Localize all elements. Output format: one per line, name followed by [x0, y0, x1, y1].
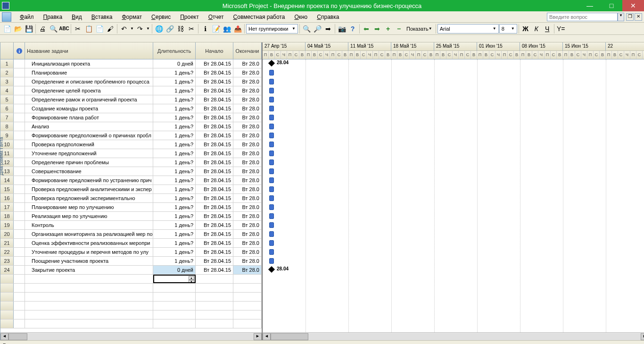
cell-name[interactable]: Организация мониторинга за реализацией м…	[25, 230, 153, 238]
table-row[interactable]: 21Оценка эффективности реализованных мер…	[0, 239, 262, 248]
cell-name[interactable]: Формирование плана работ	[25, 113, 153, 122]
gantt-taskbar[interactable]	[269, 177, 274, 183]
cell-duration[interactable]: 0 дней	[153, 59, 196, 68]
table-row[interactable]: 17Планирование мер по улучшению1 день?Вт…	[0, 203, 262, 212]
cell-name[interactable]: Формирование предположений о причинах пр…	[25, 131, 153, 140]
row-info[interactable]	[14, 239, 25, 247]
cell-finish[interactable]: Вт 28.0	[233, 149, 262, 158]
task-notes-icon[interactable]: 📝	[211, 24, 221, 34]
gantt-scroll-thumb[interactable]	[271, 333, 308, 340]
cell-duration[interactable]: 1 день?	[153, 212, 196, 220]
cell-name[interactable]: Закрытие проекта	[25, 266, 153, 274]
cell-finish[interactable]: Вт 28.0	[233, 167, 262, 176]
cell-name[interactable]: Проверка предложений аналитическими и эк…	[25, 185, 153, 193]
insert-hyperlink-icon[interactable]: 🌐	[154, 24, 164, 34]
cell-duration[interactable]: 1 день?	[153, 203, 196, 211]
gantt-taskbar[interactable]	[269, 115, 274, 120]
gantt-taskbar[interactable]	[269, 142, 274, 147]
cell-duration[interactable]: 1 день?	[153, 140, 196, 149]
cell-duration-editing[interactable]: ▲▼	[153, 275, 196, 283]
cell-finish[interactable]: Вт 28.0	[233, 95, 262, 104]
table-row[interactable]: 1Инициализация проекта0 днейВт 28.04.15В…	[0, 59, 262, 68]
scroll-thumb[interactable]	[8, 333, 27, 340]
indent-icon[interactable]: ➡	[372, 24, 382, 34]
row-number[interactable]	[0, 319, 14, 328]
cell-finish[interactable]: Вт 28.0	[233, 212, 262, 220]
row-number[interactable]: 14	[0, 176, 14, 185]
row-info[interactable]	[14, 149, 25, 158]
row-number[interactable]: 23	[0, 257, 14, 265]
cell-finish[interactable]: Вт 28.0	[233, 203, 262, 211]
undo-icon[interactable]: ↶	[119, 24, 129, 34]
row-info[interactable]	[14, 167, 25, 176]
row-info[interactable]	[14, 59, 25, 68]
cell-name[interactable]: Проверка предложений экспериментально	[25, 194, 153, 202]
cell-start[interactable]: Вт 28.04.15	[196, 176, 233, 185]
save-icon[interactable]: 💾	[24, 24, 34, 34]
row-number[interactable]: 2	[0, 68, 14, 77]
italic-button[interactable]: К	[531, 24, 542, 34]
menu-сервис[interactable]: Сервис	[147, 13, 175, 21]
cell-start[interactable]: Вт 28.04.15	[196, 185, 233, 193]
gantt-milestone[interactable]	[268, 266, 275, 273]
cell-name[interactable]: Инициализация проекта	[25, 59, 153, 68]
goto-task-icon[interactable]: ➡	[323, 24, 333, 34]
help-search-input[interactable]	[547, 13, 618, 21]
menu-правка[interactable]: Правка	[39, 13, 67, 21]
cell-duration[interactable]: 1 день?	[153, 68, 196, 77]
cell-start[interactable]: Вт 28.04.15	[196, 248, 233, 256]
row-number[interactable]: 21	[0, 239, 14, 247]
row-info[interactable]	[14, 86, 25, 95]
row-info[interactable]	[14, 158, 25, 167]
gantt-taskbar[interactable]	[269, 186, 274, 192]
cell-name[interactable]: Формирование предложений по устранению п…	[25, 176, 153, 185]
cell-finish[interactable]: Вт 28.0	[233, 104, 262, 113]
cell-start[interactable]: Вт 28.04.15	[196, 122, 233, 131]
cell-finish[interactable]: Вт 28.0	[233, 68, 262, 77]
zoom-in-icon[interactable]: 🔎	[312, 24, 322, 34]
cell-duration[interactable]: 1 день?	[153, 95, 196, 104]
cell-start[interactable]: Вт 28.04.15	[196, 194, 233, 202]
cell-finish[interactable]: Вт 28.0	[233, 86, 262, 95]
gantt-taskbar[interactable]	[269, 258, 274, 264]
cell-duration[interactable]: 1 день?	[153, 176, 196, 185]
scroll-left-icon[interactable]: ◄	[0, 333, 8, 340]
table-row[interactable]: 22Уточнение процедуры и перечня методов …	[0, 248, 262, 257]
table-row[interactable]: ▲▼	[0, 275, 262, 284]
row-number[interactable]: 7	[0, 113, 14, 122]
cell-duration[interactable]: 1 день?	[153, 194, 196, 202]
row-number[interactable]: 17	[0, 203, 14, 211]
cell-duration[interactable]: 1 день?	[153, 185, 196, 193]
row-number[interactable]	[0, 293, 14, 301]
task-info-icon[interactable]: ℹ	[200, 24, 210, 34]
cell-finish[interactable]: Вт 28.0	[233, 266, 262, 274]
table-row[interactable]: 3Определение и описание проблемного проц…	[0, 77, 262, 86]
grouping-combo[interactable]: Нет группировки▼	[246, 24, 298, 34]
spinner-up-icon[interactable]: ▲	[189, 276, 194, 280]
hide-subtasks-icon[interactable]: −	[394, 24, 404, 34]
row-number[interactable]: 6	[0, 104, 14, 113]
help-icon[interactable]: ?	[347, 24, 358, 34]
format-painter-icon[interactable]: 🖌	[105, 24, 116, 34]
row-info[interactable]	[14, 122, 25, 131]
menu-вид[interactable]: Вид	[67, 13, 87, 21]
cell-duration[interactable]: 1 день?	[153, 113, 196, 122]
gantt-taskbar[interactable]	[269, 249, 274, 255]
cell-finish[interactable]	[233, 275, 262, 283]
cell-name[interactable]: Определение и описание проблемного проце…	[25, 77, 153, 86]
undo-dropdown-icon[interactable]: ▼	[130, 24, 134, 34]
table-hscroll[interactable]: ◄ ►	[0, 332, 262, 340]
header-name[interactable]: Название задачи	[25, 42, 153, 59]
cell-finish[interactable]: Вт 28.0	[233, 140, 262, 149]
cell-duration[interactable]: 1 день?	[153, 149, 196, 158]
cell-start[interactable]: Вт 28.04.15	[196, 95, 233, 104]
cell-duration[interactable]: 1 день?	[153, 221, 196, 229]
print-icon[interactable]: 🖨	[37, 24, 48, 34]
cell-start[interactable]: Вт 28.04.15	[196, 266, 233, 274]
cell-start[interactable]: Вт 28.04.15	[196, 221, 233, 229]
cell-name[interactable]: Планирование	[25, 68, 153, 77]
cell-duration[interactable]: 1 день?	[153, 104, 196, 113]
table-row[interactable]: 4Определение целей проекта1 день?Вт 28.0…	[0, 86, 262, 95]
menu-формат[interactable]: Формат	[117, 13, 147, 21]
row-info[interactable]	[14, 95, 25, 104]
